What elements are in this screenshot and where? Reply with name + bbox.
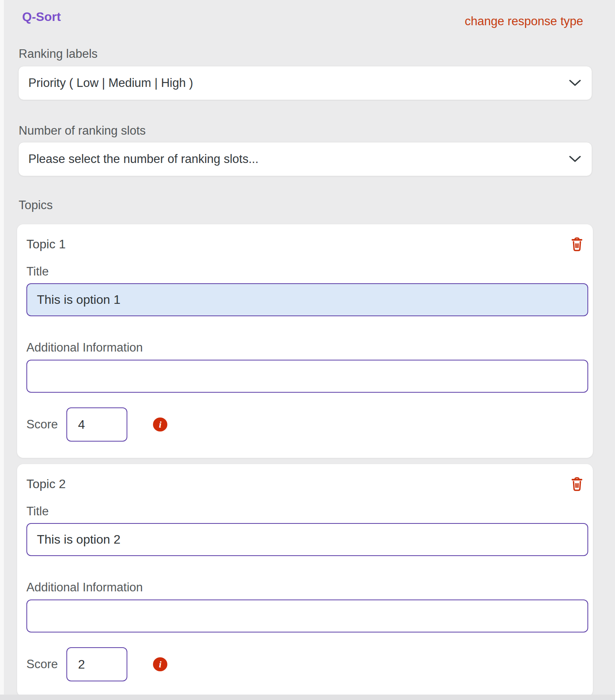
score-row: Score i <box>26 407 588 442</box>
info-icon[interactable]: i <box>153 418 167 431</box>
info-icon[interactable]: i <box>153 657 167 671</box>
topics-section-label: Topics <box>19 198 598 212</box>
score-label: Score <box>26 657 58 671</box>
chevron-down-icon <box>569 156 581 163</box>
panel-header: Q-Sort change response type <box>17 9 598 29</box>
qsort-panel: Q-Sort change response type Ranking labe… <box>0 0 615 697</box>
topic-name: Topic 1 <box>26 237 66 251</box>
delete-topic-button[interactable] <box>571 237 583 251</box>
trash-icon <box>571 237 583 251</box>
topic-title-input[interactable] <box>26 283 588 316</box>
page-title: Q-Sort <box>22 9 61 24</box>
topic-additional-label: Additional Information <box>26 580 588 595</box>
score-input[interactable] <box>66 647 127 681</box>
topic-additional-label: Additional Information <box>26 340 588 355</box>
chevron-down-icon <box>569 80 581 87</box>
topic-card-header: Topic 1 <box>26 237 588 251</box>
score-label: Score <box>26 418 58 431</box>
page-bottom-edge <box>0 695 615 700</box>
ranking-labels-selected-value: Priority ( Low | Medium | High ) <box>28 76 193 90</box>
delete-topic-button[interactable] <box>571 476 583 491</box>
topic-title-label: Title <box>26 264 588 279</box>
ranking-slots-select[interactable]: Please select the number of ranking slot… <box>18 142 592 176</box>
ranking-labels-label: Ranking labels <box>19 47 598 61</box>
topic-card-1: Topic 1 Title Additional Information Sco… <box>17 224 593 458</box>
ranking-slots-placeholder: Please select the number of ranking slot… <box>28 152 259 166</box>
topic-card-2: Topic 2 Title Additional Information Sco… <box>17 464 593 697</box>
topic-title-input[interactable] <box>26 523 588 556</box>
score-input[interactable] <box>66 407 127 442</box>
topic-card-header: Topic 2 <box>26 476 588 491</box>
topic-title-label: Title <box>26 504 588 519</box>
change-response-type-link[interactable]: change response type <box>465 14 583 29</box>
score-row: Score i <box>26 647 588 681</box>
ranking-slots-label: Number of ranking slots <box>19 123 598 138</box>
topic-additional-input[interactable] <box>26 360 588 393</box>
ranking-labels-select[interactable]: Priority ( Low | Medium | High ) <box>18 66 592 100</box>
trash-icon <box>571 476 583 491</box>
topic-name: Topic 2 <box>26 476 66 491</box>
topic-additional-input[interactable] <box>26 600 588 632</box>
